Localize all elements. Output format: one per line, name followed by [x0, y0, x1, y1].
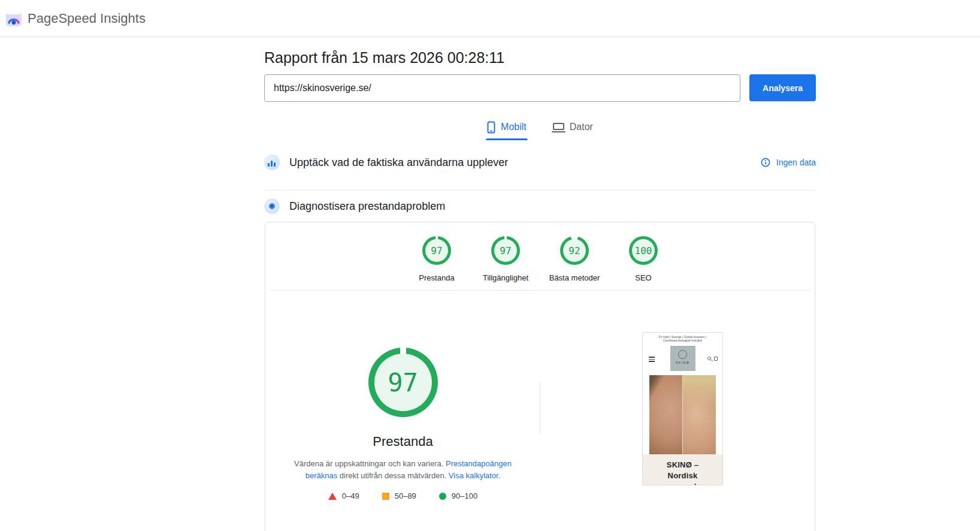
- vertical-divider: [540, 383, 540, 433]
- pagespeed-insights-page: PageSpeed Insights Rapport från 15 mars …: [0, 0, 980, 531]
- app-title[interactable]: PageSpeed Insights: [28, 11, 146, 26]
- thumb-banner-text: Fri frakt i Sverige | Global leverans | …: [643, 333, 722, 342]
- category-score[interactable]: 92Bästa metoder: [540, 236, 609, 282]
- before-after-photo: [649, 375, 716, 454]
- performance-gauge: 97: [368, 348, 438, 417]
- site-screenshot-thumbnail[interactable]: Fri frakt i Sverige | Global leverans | …: [642, 332, 723, 485]
- description-link[interactable]: Visa kalkylator.: [449, 471, 500, 480]
- category-score[interactable]: 97Prestanda: [403, 236, 471, 282]
- diagnose-title: Diagnostisera prestandaproblem: [289, 200, 445, 213]
- score-category-label: SEO: [635, 273, 651, 282]
- device-tabs: Mobilt Dator: [264, 117, 816, 137]
- section-field-data[interactable]: Upptäck vad de faktiska användarna upple…: [264, 152, 816, 173]
- report-title: Rapport från 15 mars 2026 00:28:11: [264, 49, 504, 67]
- tab-desktop-label: Dator: [570, 122, 593, 132]
- thumb-header-icons: [707, 357, 718, 361]
- site-logo-mark: [678, 350, 687, 359]
- legend-square-icon: [382, 493, 389, 500]
- url-input[interactable]: [264, 74, 740, 102]
- legend-triangle-icon: [328, 493, 337, 500]
- score-ring: 97: [491, 236, 520, 265]
- score-category-label: Tillgänglighet: [483, 273, 528, 282]
- performance-gauge-value: 97: [388, 368, 418, 397]
- field-data-title: Upptäck vad de faktiska användarna upple…: [289, 156, 508, 169]
- face-right: [682, 375, 716, 454]
- pagespeed-logo-icon[interactable]: [6, 11, 22, 26]
- site-logo-text: SKINØ: [676, 361, 689, 364]
- app-header: PageSpeed Insights: [0, 0, 980, 37]
- score-category-label: Bästa metoder: [549, 273, 600, 282]
- score-ring: 97: [422, 236, 451, 265]
- section-diagnose: Diagnostisera prestandaproblem: [264, 197, 816, 215]
- speedometer-icon: [264, 198, 280, 214]
- mobile-icon: [487, 121, 495, 134]
- performance-gauge-label: Prestanda: [373, 434, 432, 449]
- cart-icon: [714, 357, 718, 361]
- legend-item: 90–100: [439, 491, 477, 500]
- score-category-label: Prestanda: [419, 273, 454, 282]
- search-icon: [707, 357, 711, 360]
- score-ring: 92: [560, 236, 589, 265]
- category-score[interactable]: 97Tillgänglighet: [471, 236, 540, 282]
- description-text: direkt utifrån dessa mätvärden.: [337, 471, 449, 480]
- analyze-button[interactable]: Analysera: [749, 74, 816, 101]
- category-score[interactable]: 100SEO: [609, 236, 678, 282]
- report-card: 97Prestanda97Tillgänglighet92Bästa metod…: [265, 222, 815, 531]
- no-data-link[interactable]: Ingen data: [761, 158, 816, 167]
- gauge-description: Värdena är uppskattningar och kan varier…: [283, 458, 523, 482]
- menu-icon: [649, 357, 655, 363]
- info-icon: [761, 158, 770, 167]
- desktop-icon: [553, 123, 564, 130]
- thumb-site-header: SKINØ: [643, 346, 722, 373]
- thumb-caption: SKINØ – Nordisk vegansk: [643, 454, 722, 485]
- score-legend: 0–4950–8990–100: [328, 491, 477, 500]
- tab-mobile-label: Mobilt: [501, 122, 527, 132]
- section-divider: [264, 190, 816, 191]
- site-logo: SKINØ: [670, 346, 695, 371]
- tab-desktop[interactable]: Dator: [553, 117, 593, 137]
- legend-item: 50–89: [382, 491, 416, 500]
- no-data-label: Ingen data: [776, 158, 816, 167]
- legend-circle-icon: [439, 493, 446, 500]
- score-ring: 100: [629, 236, 658, 265]
- description-text: Värdena är uppskattningar och kan varier…: [294, 459, 446, 468]
- face-left: [649, 375, 682, 454]
- score-summary-row: 97Prestanda97Tillgänglighet92Bästa metod…: [265, 236, 815, 282]
- card-divider: [270, 290, 810, 291]
- performance-gauge-block: 97 Prestanda Värdena är uppskattningar o…: [265, 348, 540, 500]
- tab-mobile[interactable]: Mobilt: [487, 117, 527, 137]
- legend-item: 0–49: [328, 491, 359, 500]
- users-icon: [264, 155, 280, 170]
